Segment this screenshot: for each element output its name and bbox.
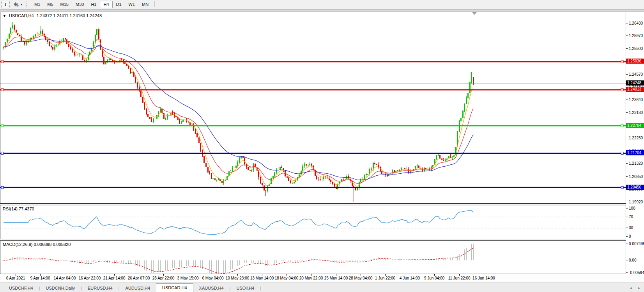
price-tick-label: 1.21320 bbox=[629, 161, 643, 166]
price-level-tag: 1.25036 bbox=[626, 59, 644, 64]
timeframe-button-h1[interactable]: H1 bbox=[87, 1, 100, 8]
time-tick bbox=[410, 274, 410, 276]
price-tick-label: 1.20850 bbox=[629, 174, 643, 179]
rsi-tick bbox=[626, 208, 628, 208]
chart-dropdown-icon[interactable]: ▼ bbox=[3, 14, 6, 18]
tab-usoil-h4[interactable]: USOil,H4 bbox=[230, 284, 260, 292]
rsi-tick bbox=[626, 236, 628, 237]
timeframe-button-m5[interactable]: M5 bbox=[44, 1, 57, 8]
price-tick-label: 1.22250 bbox=[629, 136, 643, 140]
tab-divider: | bbox=[260, 286, 261, 292]
time-tick bbox=[361, 274, 361, 276]
rsi-line bbox=[4, 210, 473, 235]
chart-scrollbar[interactable] bbox=[0, 9, 644, 12]
toolbar: T ▾ M1 M5 M15 M30 H1 H4 D1 W1 MN bbox=[0, 0, 644, 9]
tab-usdchf-h4[interactable]: USDCHF,H4 bbox=[3, 284, 39, 292]
price-tick bbox=[626, 48, 628, 49]
chart-symbol-period: USDCAD,H4 bbox=[9, 13, 34, 18]
price-tick-label: 1.23640 bbox=[629, 98, 643, 102]
chart-ohlc-values: 1.24372 1.24411 1.24160 1.24248 bbox=[37, 13, 102, 18]
price-level-tag: 1.22704 bbox=[626, 123, 644, 128]
price-tick bbox=[626, 138, 628, 138]
time-tick bbox=[311, 274, 311, 276]
arrows-tool-icon bbox=[13, 2, 19, 7]
arrows-tool-button[interactable]: ▾ bbox=[13, 1, 24, 8]
price-axis: 1.264301.259701.255001.250301.245701.241… bbox=[626, 12, 644, 204]
timeframe-button-m15[interactable]: M15 bbox=[57, 1, 72, 8]
price-tick bbox=[626, 23, 628, 23]
chart-title: ▼ USDCAD,H4 1.24372 1.24411 1.24160 1.24… bbox=[3, 13, 103, 18]
chart-shift-marker[interactable] bbox=[472, 12, 477, 15]
tab-usdcad-h4[interactable]: USDCAD,H4 bbox=[156, 283, 193, 292]
chart-tab-bar: USDCHF,H4 | USDCNH,Daily | EURUSD,H4 | A… bbox=[0, 283, 644, 292]
price-level-tag: 1.20456 bbox=[626, 185, 644, 190]
rsi-axis: 10070300 bbox=[626, 205, 644, 239]
tab-scroll-right-icon[interactable]: ► bbox=[637, 286, 641, 290]
timeframe-button-m1[interactable]: M1 bbox=[31, 1, 44, 8]
timeframe-button-mn[interactable]: MN bbox=[138, 1, 152, 8]
rsi-tick bbox=[626, 217, 628, 217]
tab-eurusd-h4[interactable]: EURUSD,H4 bbox=[82, 284, 119, 292]
time-tick bbox=[434, 274, 435, 276]
macd-tick-label: 0.007495 bbox=[629, 242, 644, 246]
price-tick-label: 1.25970 bbox=[629, 34, 643, 38]
time-tick bbox=[139, 274, 139, 276]
rsi-canvas[interactable] bbox=[0, 205, 626, 239]
tab-usdcnh-daily[interactable]: USDCNH,Daily bbox=[40, 284, 81, 292]
macd-histogram bbox=[4, 244, 474, 274]
tab-scroll-arrows: ◄ ► bbox=[625, 286, 641, 290]
tab-audusd-h4[interactable]: AUDUSD,H4 bbox=[119, 284, 156, 292]
horizontal-line-1.25036[interactable] bbox=[0, 61, 626, 63]
time-tick bbox=[213, 274, 213, 276]
rsi-tick bbox=[626, 228, 628, 228]
time-tick bbox=[459, 274, 460, 276]
price-chart-canvas[interactable] bbox=[0, 12, 626, 203]
tab-xauusd-h4[interactable]: XAUUSD,H4 bbox=[193, 284, 230, 292]
macd-tick-label: 0.00 bbox=[629, 258, 636, 262]
price-tick-label: 1.24570 bbox=[629, 72, 643, 77]
rsi-tick-label: 0 bbox=[629, 234, 631, 239]
timeframe-button-m30[interactable]: M30 bbox=[72, 1, 87, 8]
timeframe-button-d1[interactable]: D1 bbox=[113, 1, 125, 8]
time-tick bbox=[287, 274, 287, 276]
time-tick bbox=[262, 274, 262, 276]
price-tick bbox=[626, 202, 628, 202]
macd-label: MACD(12,26,9) 0.006898 0.005820 bbox=[3, 242, 71, 247]
time-tick bbox=[16, 274, 16, 276]
tab-scroll-left-icon[interactable]: ◄ bbox=[629, 286, 633, 290]
text-tool-button[interactable]: T bbox=[1, 1, 10, 8]
macd-indicator-pane: MACD(12,26,9) 0.006898 0.005820 bbox=[0, 240, 626, 274]
horizontal-line-1.21704[interactable] bbox=[0, 152, 626, 154]
time-tick bbox=[385, 274, 386, 276]
macd-canvas[interactable] bbox=[0, 241, 626, 274]
price-tick bbox=[626, 74, 628, 75]
time-label: 16 Jun 14:00 bbox=[462, 276, 505, 280]
time-tick bbox=[163, 274, 164, 276]
mt4-window: T ▾ M1 M5 M15 M30 H1 H4 D1 W1 MN ▼ USDCA… bbox=[0, 0, 644, 292]
price-level-tag: 1.24013 bbox=[626, 87, 644, 92]
horizontal-line-1.20456[interactable] bbox=[0, 186, 626, 189]
candlesticks bbox=[3, 20, 474, 202]
chevron-down-icon[interactable]: ▾ bbox=[21, 3, 22, 6]
macd-tick-label: -0.00564 bbox=[629, 271, 644, 275]
time-axis: 6 Apr 20219 Apr 14:0014 Apr 04:0016 Apr … bbox=[0, 274, 626, 282]
time-tick bbox=[65, 274, 65, 276]
horizontal-line-1.24013[interactable] bbox=[0, 89, 626, 91]
rsi-tick-label: 100 bbox=[629, 206, 635, 210]
timeframe-button-w1[interactable]: W1 bbox=[125, 1, 139, 8]
macd-axis: 0.0074950.00-0.00564 bbox=[626, 240, 644, 274]
price-tick-label: 1.25500 bbox=[629, 46, 643, 51]
toolbar-separator bbox=[154, 1, 155, 7]
price-tick bbox=[626, 100, 628, 100]
timeframe-button-h4[interactable]: H4 bbox=[100, 1, 112, 8]
rsi-tick-label: 30 bbox=[629, 226, 633, 230]
macd-tick bbox=[626, 272, 628, 273]
ma-mid-line bbox=[4, 36, 473, 184]
toolbar-grip[interactable] bbox=[26, 2, 28, 7]
price-level-tag: 1.21704 bbox=[626, 150, 644, 155]
macd-tick bbox=[626, 260, 628, 260]
horizontal-line-1.22704[interactable] bbox=[0, 125, 626, 127]
rsi-label: RSI(14) 77.4370 bbox=[3, 207, 34, 211]
macd-signal-line bbox=[4, 248, 473, 273]
time-tick bbox=[188, 274, 188, 276]
